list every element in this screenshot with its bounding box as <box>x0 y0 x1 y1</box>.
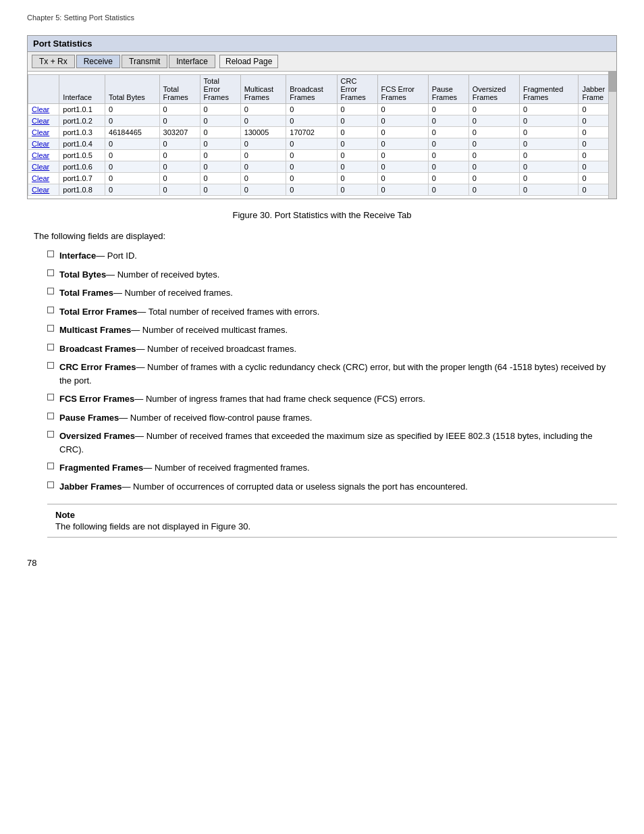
cell-oversized-frames: 0 <box>468 173 519 184</box>
cell-pause-frames: 0 <box>428 173 468 184</box>
cell-fcs-error-frames: 0 <box>377 104 428 115</box>
clear-link[interactable]: Clear <box>32 174 49 182</box>
cell-interface: port1.0.8 <box>59 184 105 196</box>
cell-interface: port1.0.4 <box>59 138 105 150</box>
cell-crc-error-frames: 0 <box>337 161 377 173</box>
tab-transmit[interactable]: Transmit <box>122 55 167 68</box>
note-text: The following fields are not displayed i… <box>55 521 250 531</box>
clear-link[interactable]: Clear <box>32 105 49 113</box>
bullet-icon <box>47 344 54 350</box>
note-box: Note The following fields are not displa… <box>47 504 617 538</box>
clear-link[interactable]: Clear <box>32 140 49 148</box>
cell-oversized-frames: 0 <box>468 184 519 196</box>
table-row: Clear port1.0.3 46184465 303207 0 130005… <box>28 127 616 138</box>
cell-oversized-frames: 0 <box>468 115 519 127</box>
cell-multicast-frames: 0 <box>240 138 286 150</box>
list-item: Total Bytes— Number of received bytes. <box>47 268 617 282</box>
cell-interface: port1.0.1 <box>59 104 105 115</box>
col-header-interface: Interface <box>59 75 105 104</box>
cell-interface: port1.0.3 <box>59 127 105 138</box>
bullet-icon <box>47 463 54 469</box>
cell-crc-error-frames: 0 <box>337 173 377 184</box>
cell-broadcast-frames: 170702 <box>286 127 337 138</box>
clear-link[interactable]: Clear <box>32 186 49 194</box>
page-number: 78 <box>27 558 617 568</box>
cell-fcs-error-frames: 0 <box>377 161 428 173</box>
col-header-total-frames: TotalFrames <box>159 75 200 104</box>
cell-multicast-frames: 0 <box>240 161 286 173</box>
cell-total-error-frames: 0 <box>200 161 240 173</box>
cell-broadcast-frames: 0 <box>286 161 337 173</box>
cell-fragmented-frames: 0 <box>520 138 579 150</box>
bullet-text: Total Error Frames— Total number of rece… <box>59 305 319 319</box>
cell-total-frames: 0 <box>159 104 200 115</box>
clear-link[interactable]: Clear <box>32 117 49 125</box>
cell-crc-error-frames: 0 <box>337 138 377 150</box>
tab-interface[interactable]: Interface <box>169 55 215 68</box>
cell-fragmented-frames: 0 <box>520 150 579 161</box>
cell-fragmented-frames: 0 <box>520 127 579 138</box>
table-row: Clear port1.0.4 0 0 0 0 0 0 0 0 0 0 0 <box>28 138 616 150</box>
cell-multicast-frames: 130005 <box>240 127 286 138</box>
cell-total-bytes: 0 <box>105 138 160 150</box>
cell-multicast-frames: 0 <box>240 150 286 161</box>
col-header-broadcast-frames: BroadcastFrames <box>286 75 337 104</box>
cell-total-error-frames: 0 <box>200 184 240 196</box>
cell-interface: port1.0.5 <box>59 150 105 161</box>
col-header-multicast-frames: MulticastFrames <box>240 75 286 104</box>
tab-receive[interactable]: Receive <box>76 55 120 68</box>
cell-fragmented-frames: 0 <box>520 161 579 173</box>
table-row: Clear port1.0.5 0 0 0 0 0 0 0 0 0 0 0 <box>28 150 616 161</box>
col-header-crc-error-frames: CRCErrorFrames <box>337 75 377 104</box>
cell-broadcast-frames: 0 <box>286 138 337 150</box>
cell-pause-frames: 0 <box>428 184 468 196</box>
reload-page-button[interactable]: Reload Page <box>219 55 278 68</box>
cell-total-error-frames: 0 <box>200 115 240 127</box>
cell-total-bytes: 0 <box>105 173 160 184</box>
bullet-text: Oversized Frames— Number of received fra… <box>59 429 617 456</box>
list-item: Oversized Frames— Number of received fra… <box>47 429 617 456</box>
cell-total-frames: 0 <box>159 150 200 161</box>
bullet-icon <box>47 394 54 400</box>
cell-fragmented-frames: 0 <box>520 104 579 115</box>
cell-fragmented-frames: 0 <box>520 184 579 196</box>
col-header-total-error-frames: TotalErrorFrames <box>200 75 240 104</box>
cell-fcs-error-frames: 0 <box>377 150 428 161</box>
cell-fcs-error-frames: 0 <box>377 173 428 184</box>
intro-text: The following fields are displayed: <box>27 231 617 241</box>
cell-crc-error-frames: 0 <box>337 115 377 127</box>
cell-crc-error-frames: 0 <box>337 127 377 138</box>
col-header-total-bytes: Total Bytes <box>105 75 160 104</box>
clear-link[interactable]: Clear <box>32 151 49 159</box>
cell-total-bytes: 0 <box>105 184 160 196</box>
cell-crc-error-frames: 0 <box>337 184 377 196</box>
col-header-clear <box>28 75 59 104</box>
cell-crc-error-frames: 0 <box>337 150 377 161</box>
cell-oversized-frames: 0 <box>468 150 519 161</box>
scrollbar[interactable] <box>608 72 616 199</box>
tab-tx-rx[interactable]: Tx + Rx <box>32 55 75 68</box>
list-item: Pause Frames— Number of received flow-co… <box>47 411 617 425</box>
bullet-text: Total Frames— Number of received frames. <box>59 286 233 300</box>
table-row: Clear port1.0.8 0 0 0 0 0 0 0 0 0 0 0 <box>28 184 616 196</box>
clear-link[interactable]: Clear <box>32 163 49 171</box>
bullet-icon <box>47 431 54 438</box>
tabs-bar: Tx + Rx Receive Transmit Interface Reloa… <box>28 52 616 72</box>
cell-multicast-frames: 0 <box>240 184 286 196</box>
cell-total-frames: 0 <box>159 173 200 184</box>
col-header-oversized-frames: OversizedFrames <box>468 75 519 104</box>
cell-pause-frames: 0 <box>428 115 468 127</box>
bullet-icon <box>47 288 54 294</box>
cell-total-error-frames: 0 <box>200 150 240 161</box>
cell-crc-error-frames: 0 <box>337 104 377 115</box>
cell-total-error-frames: 0 <box>200 104 240 115</box>
bullet-icon <box>47 362 54 369</box>
cell-pause-frames: 0 <box>428 161 468 173</box>
port-statistics-table: Interface Total Bytes TotalFrames TotalE… <box>28 74 616 196</box>
port-statistics-container: Port Statistics Tx + Rx Receive Transmit… <box>27 35 617 199</box>
cell-broadcast-frames: 0 <box>286 184 337 196</box>
clear-link[interactable]: Clear <box>32 128 49 136</box>
field-descriptions: Interface— Port ID.Total Bytes— Number o… <box>27 249 617 493</box>
cell-total-bytes: 46184465 <box>105 127 160 138</box>
cell-multicast-frames: 0 <box>240 104 286 115</box>
